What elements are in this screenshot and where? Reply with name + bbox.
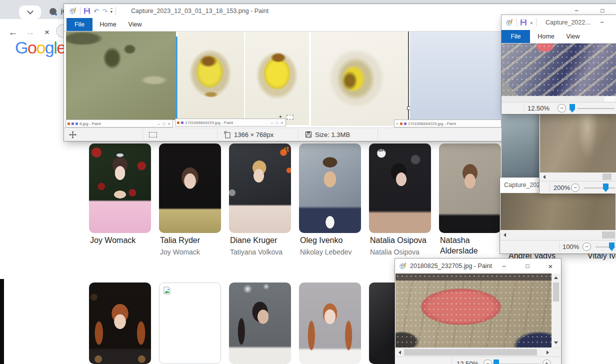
broken-image-icon	[163, 286, 171, 294]
title-bar[interactable]: 20180825_232705.jpg - Paint – □ ×	[395, 258, 561, 274]
result-name[interactable]: Diane Kruger	[230, 235, 294, 246]
result-subtitle[interactable]: Tatiyana Volkova	[230, 247, 294, 257]
image-result-natasha-alderslade[interactable]	[439, 144, 501, 233]
horizontal-scrollbar[interactable]	[500, 230, 616, 240]
scrollbar-thumb[interactable]	[404, 349, 537, 356]
vertical-scrollbar[interactable]	[552, 274, 560, 348]
result-subtitle[interactable]: Nikolay Lebedev	[300, 247, 364, 257]
image-result[interactable]	[89, 282, 151, 364]
scroll-left-icon[interactable]	[504, 233, 506, 237]
separator	[536, 18, 536, 26]
image-result[interactable]	[229, 282, 291, 364]
tab-home[interactable]: Home	[534, 30, 558, 43]
scroll-left-icon[interactable]	[543, 175, 546, 179]
canvas-image-2	[178, 32, 244, 119]
quick-access-toolbar: »	[506, 18, 536, 27]
scrollbar-thumb[interactable]	[602, 174, 612, 180]
minimize-button[interactable]: –	[496, 261, 512, 271]
zoom-out-button[interactable]: −	[582, 242, 591, 251]
mini-undo-icon	[76, 122, 78, 125]
canvas-image	[500, 193, 616, 230]
image-result[interactable]	[299, 282, 361, 364]
image-result-diane-kruger[interactable]: rt	[229, 144, 291, 233]
canvas-image-1	[66, 32, 176, 120]
status-divider	[452, 358, 452, 364]
image-result-natalia-osipova[interactable]: BIFA	[369, 144, 431, 233]
canvas-image	[396, 274, 552, 348]
mini-window-title: 1701556694229.jpg - Paint	[408, 122, 456, 126]
minimize-button[interactable]: –	[594, 17, 610, 27]
status-divider	[550, 183, 550, 192]
qat-overflow-icon[interactable]: »	[530, 20, 533, 26]
result-subtitle[interactable]: Joy Womack	[160, 247, 224, 257]
paint-window-mid: 200% −	[539, 102, 616, 194]
zoom-out-button[interactable]: −	[571, 184, 580, 192]
image-result-oleg-ivenko[interactable]	[299, 144, 361, 233]
result-subtitle[interactable]: Natalia Osipova	[370, 247, 434, 257]
scrollbar-thumb[interactable]	[602, 232, 615, 238]
scrollbar-thumb[interactable]	[604, 96, 616, 102]
image-result-broken[interactable]	[159, 282, 221, 364]
customize-qat-icon[interactable]: ▾	[110, 8, 112, 14]
undo-icon[interactable]: ↶	[94, 8, 99, 15]
result-name[interactable]: Talia Ryder	[160, 235, 224, 246]
mini-window-controls[interactable]: – □ ×	[158, 122, 171, 126]
tab-list-button[interactable]	[19, 6, 41, 19]
result-name[interactable]: Natasha Alderslade	[440, 235, 496, 256]
zoom-slider-thumb[interactable]	[494, 360, 499, 364]
horizontal-scrollbar[interactable]	[540, 172, 616, 181]
zoom-in-button[interactable]: +	[542, 360, 551, 364]
mini-window-title: 8.jpg - Paint	[80, 122, 101, 126]
scrollbar-thumb[interactable]	[553, 282, 559, 302]
horizontal-scrollbar[interactable]	[396, 348, 560, 356]
save-icon[interactable]	[520, 19, 527, 26]
tab-view[interactable]: View	[123, 18, 147, 31]
zoom-out-button[interactable]: −	[484, 360, 492, 364]
result-name[interactable]: Joy Womack	[90, 235, 154, 246]
maximize-button[interactable]: □	[520, 261, 535, 271]
zoom-out-button[interactable]: −	[558, 104, 566, 112]
minimize-button[interactable]: –	[569, 6, 584, 16]
file-size: Size: 1.3MB	[315, 131, 350, 138]
scroll-up-icon[interactable]	[554, 276, 558, 279]
close-button[interactable]: ×	[543, 261, 558, 271]
status-bar: 12.50% − +	[396, 356, 560, 364]
result-name[interactable]: Oleg Ivenko	[300, 235, 364, 246]
result-caption: Natasha Alderslade	[440, 235, 496, 256]
horizontal-scrollbar[interactable]	[502, 96, 616, 102]
tab-file[interactable]: File	[502, 30, 530, 43]
zoom-level: 12.50%	[456, 360, 478, 364]
mini-window-controls[interactable]: – □ ×	[271, 121, 284, 124]
tab-home[interactable]: Home	[96, 18, 120, 31]
result-name[interactable]: Natalia Osipova	[370, 235, 434, 246]
edge-photo-sliver	[0, 279, 4, 364]
scroll-right-icon[interactable]	[546, 350, 549, 354]
back-button[interactable]: ←	[6, 26, 20, 40]
image-result-talia-ryder[interactable]	[159, 144, 221, 233]
save-icon[interactable]	[84, 8, 90, 14]
scroll-left-icon[interactable]	[398, 350, 401, 354]
mini-window-titlebar[interactable]: + 1701556694229.jpg - Paint	[394, 120, 502, 128]
status-divider	[142, 130, 143, 140]
mini-window-title: 1701556694229.jpg - Paint	[185, 120, 233, 125]
mini-paint-icon	[68, 122, 70, 125]
zoom-slider-thumb[interactable]	[603, 184, 608, 192]
mini-window-titlebar[interactable]: 1701556694229.jpg - Paint – □ ×	[175, 118, 286, 126]
tab-view[interactable]: View	[562, 30, 584, 43]
tab-file[interactable]: File	[66, 18, 92, 31]
maximize-button[interactable]: □	[595, 6, 610, 16]
zoom-slider-track[interactable]	[584, 188, 615, 188]
stop-button[interactable]: ×	[40, 26, 54, 40]
forward-button[interactable]: →	[23, 26, 37, 40]
scroll-down-icon[interactable]	[554, 342, 558, 344]
zoom-slider-thumb[interactable]	[570, 104, 575, 112]
backdrop-text: rt	[284, 144, 289, 153]
image-result-joy-womack[interactable]	[89, 144, 151, 233]
selection-size-icon	[149, 132, 157, 138]
chevron-down-icon	[27, 8, 34, 14]
window-title: Capture_2022...	[546, 19, 590, 26]
zoom-slider-track[interactable]	[578, 108, 614, 109]
zoom-slider-thumb[interactable]	[609, 242, 614, 251]
mini-window-titlebar[interactable]: 8.jpg - Paint – □ ×	[66, 120, 173, 128]
redo-icon[interactable]: ↷	[102, 8, 108, 15]
